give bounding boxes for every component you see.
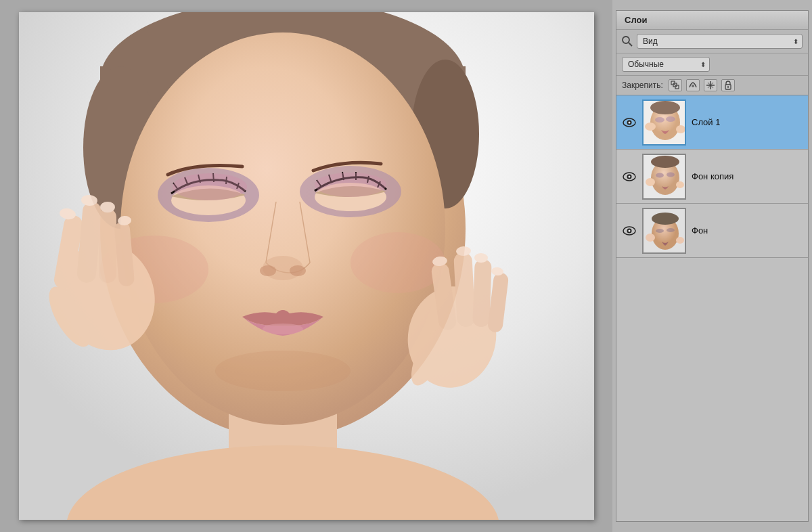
lock-all-btn[interactable]: [721, 79, 735, 91]
svg-point-56: [623, 37, 629, 43]
svg-point-26: [173, 173, 247, 200]
layers-search-row: Вид: [616, 30, 808, 53]
svg-point-29: [260, 265, 276, 276]
layers-panel-title: Слои: [625, 15, 647, 25]
canvas-area: [0, 0, 612, 532]
layer-2-visibility[interactable]: [622, 169, 637, 184]
svg-point-30: [290, 265, 306, 276]
svg-point-77: [676, 125, 685, 133]
layers-panel: Слои Вид Обычные Закрепить:: [616, 10, 809, 522]
lock-image-btn[interactable]: [686, 79, 700, 91]
layer-2-name: Фон копия: [692, 171, 803, 181]
search-icon: [622, 36, 633, 47]
layer-item-1[interactable]: Слой 1: [616, 95, 808, 150]
svg-point-33: [351, 232, 445, 293]
lock-icons: [669, 79, 735, 91]
lock-position-btn[interactable]: [704, 79, 717, 91]
layer-1-visibility[interactable]: [622, 115, 637, 130]
right-panel: Слои Вид Обычные Закрепить:: [612, 0, 812, 532]
svg-point-87: [676, 181, 684, 188]
svg-point-83: [651, 156, 679, 168]
svg-point-86: [646, 178, 655, 186]
svg-point-80: [629, 175, 631, 177]
svg-line-57: [629, 43, 632, 46]
layers-panel-header: Слои: [616, 11, 808, 30]
svg-point-70: [629, 121, 631, 123]
main-canvas: [19, 12, 594, 520]
layer-3-visibility[interactable]: [622, 223, 637, 238]
svg-point-75: [666, 116, 675, 122]
svg-rect-46: [453, 252, 476, 327]
layer-item-3[interactable]: Фон: [616, 204, 808, 258]
svg-point-97: [676, 237, 684, 244]
svg-point-55: [215, 351, 351, 391]
svg-point-90: [629, 229, 631, 231]
svg-point-67: [727, 86, 729, 87]
svg-rect-37: [99, 208, 116, 283]
svg-point-93: [652, 213, 679, 225]
lock-label: Закрепить:: [622, 81, 663, 90]
layer-2-thumbnail: [642, 154, 686, 200]
layer-3-thumbnail: [642, 208, 686, 254]
layer-1-thumbnail: [642, 99, 686, 146]
svg-point-27: [315, 173, 386, 197]
svg-point-73: [650, 101, 680, 114]
svg-point-96: [646, 234, 655, 242]
layer-item-2[interactable]: Фон копия: [616, 150, 808, 204]
svg-point-74: [655, 117, 664, 123]
blend-mode-select[interactable]: Обычные: [622, 57, 710, 72]
filter-kind-select[interactable]: Вид: [637, 34, 803, 49]
layer-1-name: Слой 1: [692, 117, 803, 127]
layer-3-name: Фон: [692, 225, 803, 236]
svg-point-84: [656, 173, 664, 177]
svg-point-94: [656, 229, 664, 233]
svg-point-76: [645, 123, 656, 131]
canvas-image: [19, 12, 594, 520]
svg-point-42: [100, 202, 115, 213]
svg-point-31: [263, 324, 303, 334]
svg-point-85: [667, 172, 675, 177]
svg-point-95: [667, 228, 675, 232]
svg-point-61: [692, 85, 694, 87]
lock-pixels-btn[interactable]: [669, 79, 682, 91]
layers-blend-row: Обычные: [616, 53, 808, 76]
lock-row: Закрепить:: [616, 76, 808, 95]
